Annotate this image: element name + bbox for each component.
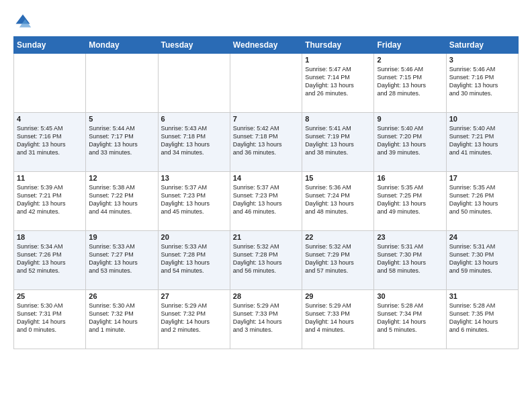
day-number: 12 <box>89 174 154 182</box>
calendar-cell <box>230 54 302 113</box>
weekday-header: Sunday <box>14 37 86 54</box>
day-number: 8 <box>305 115 371 123</box>
day-info: Sunrise: 5:32 AM Sunset: 7:29 PM Dayligh… <box>305 242 371 275</box>
calendar-body: 1Sunrise: 5:47 AM Sunset: 7:14 PM Daylig… <box>14 54 519 349</box>
page: SundayMondayTuesdayWednesdayThursdayFrid… <box>0 0 532 411</box>
day-number: 30 <box>377 292 443 300</box>
calendar-cell: 4Sunrise: 5:45 AM Sunset: 7:16 PM Daylig… <box>14 113 86 172</box>
weekday-header: Monday <box>86 37 158 54</box>
day-info: Sunrise: 5:28 AM Sunset: 7:34 PM Dayligh… <box>377 302 443 334</box>
calendar-cell: 22Sunrise: 5:32 AM Sunset: 7:29 PM Dayli… <box>302 231 374 290</box>
calendar-cell: 9Sunrise: 5:40 AM Sunset: 7:20 PM Daylig… <box>374 113 446 172</box>
day-number: 4 <box>17 115 83 123</box>
day-number: 31 <box>449 292 515 300</box>
day-info: Sunrise: 5:43 AM Sunset: 7:18 PM Dayligh… <box>161 124 227 157</box>
day-info: Sunrise: 5:36 AM Sunset: 7:24 PM Dayligh… <box>305 183 371 216</box>
calendar-cell: 1Sunrise: 5:47 AM Sunset: 7:14 PM Daylig… <box>302 54 374 113</box>
calendar-week-row: 11Sunrise: 5:39 AM Sunset: 7:21 PM Dayli… <box>14 172 519 231</box>
day-info: Sunrise: 5:47 AM Sunset: 7:14 PM Dayligh… <box>305 65 371 98</box>
day-number: 10 <box>449 115 515 123</box>
calendar-cell: 10Sunrise: 5:40 AM Sunset: 7:21 PM Dayli… <box>446 113 518 172</box>
weekday-header: Wednesday <box>230 37 302 54</box>
day-info: Sunrise: 5:45 AM Sunset: 7:16 PM Dayligh… <box>17 124 83 157</box>
day-number: 1 <box>305 56 371 64</box>
day-number: 11 <box>17 174 83 182</box>
day-number: 27 <box>161 292 227 300</box>
calendar-cell: 30Sunrise: 5:28 AM Sunset: 7:34 PM Dayli… <box>374 290 446 349</box>
logo-icon <box>13 12 32 31</box>
calendar-cell: 26Sunrise: 5:30 AM Sunset: 7:32 PM Dayli… <box>86 290 158 349</box>
day-info: Sunrise: 5:40 AM Sunset: 7:21 PM Dayligh… <box>449 124 515 157</box>
calendar-cell: 3Sunrise: 5:46 AM Sunset: 7:16 PM Daylig… <box>446 54 518 113</box>
day-number: 6 <box>161 115 227 123</box>
day-number: 7 <box>233 115 299 123</box>
day-info: Sunrise: 5:29 AM Sunset: 7:32 PM Dayligh… <box>161 302 227 334</box>
day-number: 26 <box>89 292 154 300</box>
calendar-cell: 6Sunrise: 5:43 AM Sunset: 7:18 PM Daylig… <box>158 113 230 172</box>
day-number: 18 <box>17 233 83 241</box>
day-number: 19 <box>89 233 154 241</box>
day-info: Sunrise: 5:29 AM Sunset: 7:33 PM Dayligh… <box>305 302 371 334</box>
day-number: 23 <box>377 233 443 241</box>
calendar-week-row: 1Sunrise: 5:47 AM Sunset: 7:14 PM Daylig… <box>14 54 519 113</box>
day-info: Sunrise: 5:44 AM Sunset: 7:17 PM Dayligh… <box>89 124 154 157</box>
calendar-cell: 23Sunrise: 5:31 AM Sunset: 7:30 PM Dayli… <box>374 231 446 290</box>
day-number: 17 <box>449 174 515 182</box>
weekday-header: Saturday <box>446 37 518 54</box>
weekday-header: Tuesday <box>158 37 230 54</box>
calendar-week-row: 25Sunrise: 5:30 AM Sunset: 7:31 PM Dayli… <box>14 290 519 349</box>
day-info: Sunrise: 5:34 AM Sunset: 7:26 PM Dayligh… <box>17 242 83 275</box>
day-number: 14 <box>233 174 299 182</box>
calendar-cell: 15Sunrise: 5:36 AM Sunset: 7:24 PM Dayli… <box>302 172 374 231</box>
day-info: Sunrise: 5:35 AM Sunset: 7:26 PM Dayligh… <box>449 183 515 216</box>
logo <box>13 12 35 31</box>
day-number: 25 <box>17 292 83 300</box>
calendar-cell: 11Sunrise: 5:39 AM Sunset: 7:21 PM Dayli… <box>14 172 86 231</box>
calendar-cell: 24Sunrise: 5:31 AM Sunset: 7:30 PM Dayli… <box>446 231 518 290</box>
calendar-week-row: 18Sunrise: 5:34 AM Sunset: 7:26 PM Dayli… <box>14 231 519 290</box>
header <box>13 12 519 31</box>
calendar-cell: 29Sunrise: 5:29 AM Sunset: 7:33 PM Dayli… <box>302 290 374 349</box>
day-number: 3 <box>449 56 515 64</box>
calendar-cell <box>14 54 86 113</box>
day-info: Sunrise: 5:31 AM Sunset: 7:30 PM Dayligh… <box>377 242 443 275</box>
calendar-cell: 18Sunrise: 5:34 AM Sunset: 7:26 PM Dayli… <box>14 231 86 290</box>
day-number: 21 <box>233 233 299 241</box>
day-info: Sunrise: 5:29 AM Sunset: 7:33 PM Dayligh… <box>233 302 299 334</box>
day-number: 16 <box>377 174 443 182</box>
day-info: Sunrise: 5:46 AM Sunset: 7:16 PM Dayligh… <box>449 65 515 98</box>
calendar-header-row: SundayMondayTuesdayWednesdayThursdayFrid… <box>14 37 519 54</box>
weekday-header: Thursday <box>302 37 374 54</box>
day-info: Sunrise: 5:33 AM Sunset: 7:27 PM Dayligh… <box>89 242 154 275</box>
day-number: 22 <box>305 233 371 241</box>
calendar-cell: 5Sunrise: 5:44 AM Sunset: 7:17 PM Daylig… <box>86 113 158 172</box>
day-info: Sunrise: 5:41 AM Sunset: 7:19 PM Dayligh… <box>305 124 371 157</box>
calendar-cell: 16Sunrise: 5:35 AM Sunset: 7:25 PM Dayli… <box>374 172 446 231</box>
day-info: Sunrise: 5:35 AM Sunset: 7:25 PM Dayligh… <box>377 183 443 216</box>
calendar-cell: 28Sunrise: 5:29 AM Sunset: 7:33 PM Dayli… <box>230 290 302 349</box>
day-info: Sunrise: 5:42 AM Sunset: 7:18 PM Dayligh… <box>233 124 299 157</box>
calendar-cell: 12Sunrise: 5:38 AM Sunset: 7:22 PM Dayli… <box>86 172 158 231</box>
day-number: 9 <box>377 115 443 123</box>
day-info: Sunrise: 5:33 AM Sunset: 7:28 PM Dayligh… <box>161 242 227 275</box>
calendar-cell: 2Sunrise: 5:46 AM Sunset: 7:15 PM Daylig… <box>374 54 446 113</box>
day-info: Sunrise: 5:37 AM Sunset: 7:23 PM Dayligh… <box>233 183 299 216</box>
day-info: Sunrise: 5:46 AM Sunset: 7:15 PM Dayligh… <box>377 65 443 98</box>
day-info: Sunrise: 5:32 AM Sunset: 7:28 PM Dayligh… <box>233 242 299 275</box>
calendar-cell: 8Sunrise: 5:41 AM Sunset: 7:19 PM Daylig… <box>302 113 374 172</box>
calendar-cell: 17Sunrise: 5:35 AM Sunset: 7:26 PM Dayli… <box>446 172 518 231</box>
calendar-cell: 25Sunrise: 5:30 AM Sunset: 7:31 PM Dayli… <box>14 290 86 349</box>
weekday-header: Friday <box>374 37 446 54</box>
calendar-cell: 19Sunrise: 5:33 AM Sunset: 7:27 PM Dayli… <box>86 231 158 290</box>
day-info: Sunrise: 5:40 AM Sunset: 7:20 PM Dayligh… <box>377 124 443 157</box>
calendar-cell: 13Sunrise: 5:37 AM Sunset: 7:23 PM Dayli… <box>158 172 230 231</box>
day-number: 28 <box>233 292 299 300</box>
day-info: Sunrise: 5:30 AM Sunset: 7:31 PM Dayligh… <box>17 302 83 334</box>
calendar-week-row: 4Sunrise: 5:45 AM Sunset: 7:16 PM Daylig… <box>14 113 519 172</box>
day-number: 5 <box>89 115 154 123</box>
day-info: Sunrise: 5:38 AM Sunset: 7:22 PM Dayligh… <box>89 183 154 216</box>
day-number: 15 <box>305 174 371 182</box>
day-number: 2 <box>377 56 443 64</box>
day-info: Sunrise: 5:39 AM Sunset: 7:21 PM Dayligh… <box>17 183 83 216</box>
day-info: Sunrise: 5:31 AM Sunset: 7:30 PM Dayligh… <box>449 242 515 275</box>
